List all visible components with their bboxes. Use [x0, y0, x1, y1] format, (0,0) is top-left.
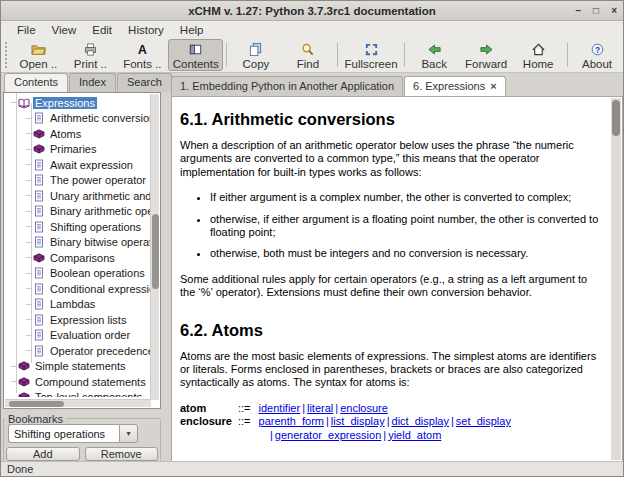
tree-item[interactable]: Evaluation order — [4, 328, 150, 344]
tree-item[interactable]: Conditional expressions — [4, 281, 150, 297]
tree-item[interactable]: The power operator — [4, 173, 150, 189]
minimize-icon[interactable]: – — [576, 6, 582, 16]
bookmark-combobox[interactable]: Shifting operations ▾ — [8, 424, 138, 443]
menu-help[interactable]: Help — [172, 23, 212, 37]
tree-item[interactable]: Simple statements — [4, 359, 150, 375]
title-bar[interactable]: xCHM v. 1.27: Python 3.7.3rc1 documentat… — [1, 1, 623, 21]
page-icon — [33, 329, 45, 341]
toolbar-separator — [567, 43, 568, 67]
tree-item-expressions[interactable]: Expressions — [4, 95, 150, 111]
doc-tab-expressions[interactable]: 6. Expressions × — [404, 76, 506, 96]
chevron-down-icon[interactable]: ▾ — [119, 424, 138, 443]
tree-item[interactable]: Lambdas — [4, 297, 150, 313]
xchm-window: xCHM v. 1.27: Python 3.7.3rc1 documentat… — [0, 0, 624, 477]
tab-close-icon[interactable]: × — [490, 80, 496, 96]
bullet-item: otherwise, if either argument is a float… — [210, 213, 604, 240]
menu-bar: File View Edit History Help — [1, 21, 623, 38]
page-icon — [33, 314, 45, 326]
document-view: 6.1. Arithmetic conversions When a descr… — [171, 96, 623, 462]
tab-search[interactable]: Search — [117, 73, 172, 92]
grammar-link[interactable]: identifier — [259, 402, 301, 414]
tree-item[interactable]: Comparisons — [4, 250, 150, 266]
grammar-link[interactable]: parenth_form — [259, 415, 324, 427]
home-button[interactable]: Home — [512, 39, 564, 71]
open-button[interactable]: Open .. — [12, 39, 64, 71]
page-icon — [33, 267, 45, 279]
tree-item[interactable]: Boolean operations — [4, 266, 150, 282]
grammar-link[interactable]: set_display — [456, 415, 511, 427]
menu-file[interactable]: File — [9, 23, 44, 37]
grammar-link[interactable]: generator_expression — [275, 429, 381, 441]
grammar-link[interactable]: yield_atom — [388, 429, 441, 441]
print-button[interactable]: Print .. — [64, 39, 116, 71]
grammar-link[interactable]: list_display — [331, 415, 385, 427]
toolbar: Open .. Print .. Fonts .. Contents Copy … — [1, 38, 623, 73]
back-button[interactable]: Back — [408, 39, 460, 71]
scrollbar-thumb[interactable] — [152, 214, 159, 289]
tree-item[interactable]: Compound statements — [4, 374, 150, 390]
window-controls: – □ × — [576, 1, 617, 21]
tree-connector — [26, 180, 32, 181]
tree-item[interactable]: Top-level components — [4, 390, 150, 398]
page-icon — [33, 159, 45, 171]
tree-item[interactable]: Unary arithmetic and bitwis — [4, 188, 150, 204]
bookmark-selected-value[interactable]: Shifting operations — [8, 424, 119, 443]
page-icon — [33, 205, 45, 217]
about-button[interactable]: About — [571, 39, 623, 71]
tree-item[interactable]: Atoms — [4, 126, 150, 142]
book-open-icon — [18, 97, 30, 109]
tree-connector — [11, 366, 17, 367]
scrollbar-thumb[interactable] — [9, 401, 64, 407]
tree-connector — [26, 350, 32, 351]
paragraph: Some additional rules apply for certain … — [180, 273, 604, 300]
document-vertical-scrollbar[interactable] — [611, 98, 621, 460]
tree-horizontal-scrollbar[interactable] — [5, 399, 151, 407]
magnifier-icon — [300, 42, 315, 57]
document-tabs: 1. Embedding Python in Another Applicati… — [171, 76, 623, 96]
find-button[interactable]: Find — [282, 39, 334, 71]
grammar-link[interactable]: literal — [307, 402, 333, 414]
grammar-link[interactable]: dict_display — [392, 415, 449, 427]
tree-item[interactable]: Await expression — [4, 157, 150, 173]
copy-button[interactable]: Copy — [230, 39, 282, 71]
maximize-icon[interactable]: □ — [593, 6, 599, 16]
tree-connector — [26, 242, 32, 243]
menu-history[interactable]: History — [120, 23, 172, 37]
scrollbar-thumb[interactable] — [612, 100, 620, 136]
tab-contents[interactable]: Contents — [4, 73, 68, 92]
toolbar-drag-handle[interactable] — [5, 42, 10, 68]
book-closed-icon — [33, 143, 45, 155]
book-closed-icon — [18, 360, 30, 372]
tab-index[interactable]: Index — [69, 73, 116, 92]
tree-connector — [26, 319, 32, 320]
page-icon — [33, 221, 45, 233]
page-icon — [33, 283, 45, 295]
tree-item[interactable]: Operator precedence — [4, 343, 150, 359]
tree-connector — [26, 149, 32, 150]
tree-item[interactable]: Primaries — [4, 142, 150, 158]
remove-bookmark-button[interactable]: Remove — [85, 447, 159, 461]
fonts-button[interactable]: Fonts .. — [116, 39, 168, 71]
grammar-link[interactable]: enclosure — [340, 402, 388, 414]
contents-toggle-button[interactable]: Contents — [168, 39, 223, 71]
fullscreen-button[interactable]: Fullscreen — [341, 39, 402, 71]
tree-vertical-scrollbar[interactable] — [150, 94, 159, 400]
menu-view[interactable]: View — [44, 23, 85, 37]
tree-item[interactable]: Arithmetic conversions — [4, 111, 150, 127]
window-title: xCHM v. 1.27: Python 3.7.3rc1 documentat… — [188, 5, 436, 17]
tree-connector — [11, 102, 17, 103]
tree-item[interactable]: Shifting operations — [4, 219, 150, 235]
tree-item[interactable]: Binary arithmetic operation — [4, 204, 150, 220]
menu-edit[interactable]: Edit — [84, 23, 120, 37]
close-icon[interactable]: × — [611, 6, 617, 16]
doc-tab-embedding[interactable]: 1. Embedding Python in Another Applicati… — [171, 76, 403, 96]
tree-item[interactable]: Expression lists — [4, 312, 150, 328]
grammar-production-continuation: |generator_expression|yield_atom — [180, 429, 604, 442]
add-bookmark-button[interactable]: Add — [6, 447, 80, 461]
tree-item[interactable]: Binary bitwise operations — [4, 235, 150, 251]
tree-connector — [26, 335, 32, 336]
forward-button[interactable]: Forward — [460, 39, 512, 71]
bullet-item: If either argument is a complex number, … — [210, 191, 604, 204]
book-closed-icon — [18, 376, 30, 388]
home-icon — [531, 42, 546, 57]
